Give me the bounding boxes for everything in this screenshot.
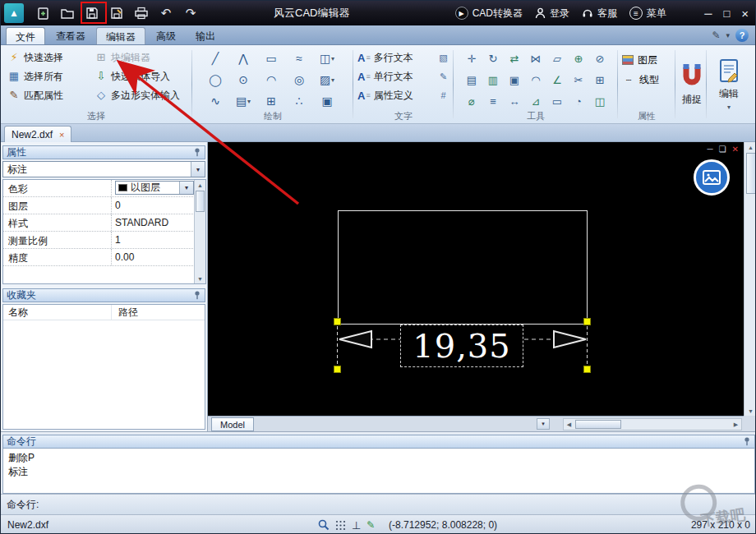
annotation-type-dropdown-icon[interactable]: ▾: [191, 162, 205, 177]
command-input[interactable]: [44, 497, 756, 512]
annotation-type-select[interactable]: 标注 ▾: [2, 161, 205, 177]
tab-editor[interactable]: 编辑器: [96, 27, 145, 44]
scroll-thumb[interactable]: [196, 191, 205, 212]
new-file-button[interactable]: [30, 2, 55, 25]
draw-status-icon[interactable]: ✎: [366, 519, 375, 531]
line-tool-button[interactable]: ╱: [201, 48, 229, 69]
hscroll-thumb[interactable]: [575, 420, 621, 429]
explode-tool-button[interactable]: ◫: [589, 90, 611, 112]
close-button[interactable]: ×: [741, 7, 749, 21]
field-icon[interactable]: #: [437, 90, 449, 100]
scroll-down-icon[interactable]: ▼: [197, 274, 203, 283]
grip-handle[interactable]: [583, 318, 591, 325]
edit-text-icon[interactable]: ✎: [437, 71, 449, 82]
pin-icon[interactable]: [193, 291, 201, 300]
rectangle-tool-button[interactable]: ▭: [257, 48, 285, 69]
rotate-tool-button[interactable]: ↻: [482, 48, 504, 69]
donut-tool-button[interactable]: ◎: [285, 69, 313, 90]
select-all-button[interactable]: ▦ 选择所有: [7, 68, 63, 85]
array-rect-tool-button[interactable]: ▥: [482, 69, 504, 90]
customer-service-button[interactable]: 客服: [582, 7, 617, 21]
linear-dim-button[interactable]: ≡: [482, 90, 504, 112]
model-tab[interactable]: Model: [211, 417, 254, 431]
maximize-button[interactable]: □: [723, 7, 730, 20]
quick-entity-import-button[interactable]: ⇩ 快速实体导入: [94, 68, 170, 85]
block-insert-button[interactable]: ⊞: [589, 69, 611, 90]
edit-chevron-icon[interactable]: ▾: [727, 104, 731, 111]
point-tool-button[interactable]: ∴: [285, 90, 313, 112]
grip-handle[interactable]: [583, 366, 591, 373]
favorites-name-column[interactable]: 名称: [3, 305, 112, 320]
redo-button[interactable]: ↷: [178, 2, 203, 25]
pin-icon[interactable]: [743, 437, 751, 446]
horizontal-scrollbar[interactable]: ◀ ▶: [563, 418, 742, 430]
minimize-button[interactable]: ─: [704, 7, 712, 20]
open-file-button[interactable]: [55, 2, 80, 25]
property-row[interactable]: 精度 0.00: [3, 249, 195, 266]
pin-icon[interactable]: [193, 148, 201, 157]
polyline-tool-button[interactable]: ⋀: [229, 48, 257, 69]
vertical-scrollbar[interactable]: ▲ ▼: [744, 142, 756, 416]
scale-tool-button[interactable]: ▭: [546, 90, 568, 112]
xref-detach-button[interactable]: ⊘: [589, 48, 611, 69]
layer-button[interactable]: 图层: [622, 52, 657, 68]
tab-file[interactable]: 文件: [6, 27, 45, 44]
login-button[interactable]: 登录: [535, 7, 569, 21]
grid-snap-icon[interactable]: [335, 520, 346, 531]
help-button[interactable]: ?: [735, 29, 749, 42]
scroll-up-icon[interactable]: ▲: [748, 142, 754, 152]
hatch-tool-button[interactable]: ▨▾: [313, 69, 341, 90]
drawing-canvas[interactable]: ─ ❏ ✕ 19,35: [208, 142, 744, 416]
block-editor-button[interactable]: ⊞ 块编辑器: [94, 49, 150, 66]
cad-converter-button[interactable]: ▶ CAD转换器: [455, 7, 523, 21]
tab-viewer[interactable]: 查看器: [47, 27, 94, 44]
properties-scrollbar[interactable]: ▲ ▼: [194, 180, 205, 283]
angle-dim-button[interactable]: ⊿: [525, 90, 546, 112]
stretch-tool-button[interactable]: ↔: [504, 90, 525, 112]
fillet-tool-button[interactable]: ◠: [525, 69, 546, 90]
linetype-button[interactable]: ┄ 线型: [622, 71, 659, 88]
gradient-tool-button[interactable]: ▤▾: [229, 90, 257, 112]
property-row[interactable]: 样式 STANDARD: [3, 214, 195, 232]
scroll-up-icon[interactable]: ▲: [197, 180, 203, 190]
arc-dim-button[interactable]: ◔: [568, 90, 589, 112]
property-row[interactable]: 测量比例 1: [3, 232, 195, 249]
scroll-down-icon[interactable]: ▼: [748, 406, 754, 416]
spline-tool-button[interactable]: ∿: [201, 90, 229, 112]
customize-icon[interactable]: ✎: [712, 30, 720, 41]
ellipse-tool-button[interactable]: ⊙: [229, 69, 257, 90]
edit-button[interactable]: 编辑 ▾: [709, 49, 749, 120]
scroll-right-icon[interactable]: ▶: [731, 421, 741, 428]
trim-tool-button[interactable]: ✂: [568, 69, 589, 90]
vscroll-thumb[interactable]: [746, 153, 756, 194]
xref-attach-button[interactable]: ⊕: [568, 48, 589, 69]
table-tool-button[interactable]: ⊞: [257, 90, 285, 112]
color-select[interactable]: 以图层 ▾: [115, 181, 194, 195]
move-tool-button[interactable]: ✛: [461, 48, 482, 69]
image-tool-button[interactable]: ▣: [313, 90, 341, 112]
snap-button[interactable]: 捕捉: [678, 49, 706, 120]
undo-button[interactable]: ↶: [154, 2, 178, 25]
revcloud-tool-button[interactable]: ≈: [285, 48, 313, 69]
property-row[interactable]: 图层 0: [3, 197, 195, 214]
circle-tool-button[interactable]: ◯: [201, 69, 229, 90]
command-history[interactable]: 删除P 标注: [2, 449, 755, 494]
document-tab-close-icon[interactable]: ×: [59, 130, 64, 140]
favorites-path-column[interactable]: 路径: [112, 306, 138, 320]
attribute-define-button[interactable]: A≡ 属性定义 #: [357, 87, 449, 104]
save-as-button[interactable]: [104, 2, 129, 25]
stext-button[interactable]: A≡ 单行文本 ✎: [357, 68, 449, 85]
menu-button[interactable]: ≡ 菜单: [629, 7, 666, 21]
print-button[interactable]: [129, 2, 154, 25]
zoom-icon[interactable]: [318, 519, 330, 531]
dimension-text[interactable]: 19,35: [400, 325, 523, 367]
region-tool-button[interactable]: ◫▾: [313, 48, 341, 69]
polygon-entity-input-button[interactable]: ◇ 多边形实体输入: [94, 87, 180, 104]
diameter-dim-button[interactable]: ⌀: [461, 90, 482, 112]
find-text-icon[interactable]: ▧: [437, 53, 449, 63]
customize-chevron-icon[interactable]: ▾: [726, 31, 730, 39]
grip-handle[interactable]: [334, 366, 341, 373]
tab-advanced[interactable]: 高级: [147, 27, 185, 44]
mtext-button[interactable]: A≡ 多行文本 ▧: [357, 49, 449, 66]
join-tool-button[interactable]: ⋈: [525, 48, 546, 69]
